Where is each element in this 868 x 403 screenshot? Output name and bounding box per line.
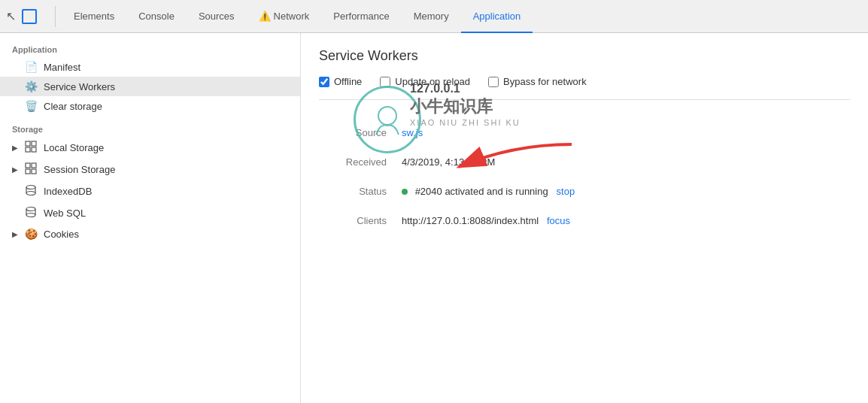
- service-workers-icon: ⚙️: [24, 80, 38, 92]
- expand-arrow-session-storage: ▶: [12, 165, 21, 174]
- sidebar-section-storage: Storage: [0, 116, 300, 137]
- tab-divider: [55, 6, 56, 27]
- svg-rect-5: [32, 163, 36, 168]
- tab-memory[interactable]: Memory: [402, 0, 461, 33]
- received-row: Received 4/3/2019, 4:13:18 PM: [319, 147, 850, 177]
- sidebar-item-clear-storage[interactable]: 🗑️ Clear storage: [0, 96, 300, 116]
- svg-rect-7: [32, 169, 36, 174]
- svg-point-11: [26, 192, 35, 195]
- tab-network[interactable]: ⚠️ Network: [247, 0, 322, 33]
- svg-rect-2: [26, 147, 30, 152]
- svg-rect-1: [32, 141, 36, 146]
- sidebar-item-service-workers[interactable]: ⚙️ Service Workers: [0, 77, 300, 96]
- local-storage-icon: [24, 141, 38, 155]
- warning-icon: ⚠️: [259, 11, 271, 22]
- status-label: Status: [319, 186, 402, 197]
- status-row: Status #2040 activated and is running st…: [319, 177, 850, 206]
- bypass-for-network-option[interactable]: Bypass for network: [488, 76, 587, 87]
- sidebar-item-web-sql[interactable]: Web SQL: [0, 202, 300, 224]
- sw-info: Source sw.js Received 4/3/2019, 4:13:18 …: [319, 118, 850, 235]
- expand-arrow-local-storage: ▶: [12, 144, 21, 152]
- clients-row: Clients http://127.0.0.1:8088/index.html…: [319, 206, 850, 235]
- received-label: Received: [319, 156, 402, 168]
- svg-point-8: [26, 186, 35, 189]
- tab-console[interactable]: Console: [126, 0, 187, 33]
- offline-checkbox[interactable]: [319, 77, 329, 87]
- tab-application[interactable]: Application: [461, 0, 533, 33]
- cookies-icon: 🍪: [24, 228, 38, 240]
- clients-value: http://127.0.0.1:8088/index.html focus: [402, 215, 850, 226]
- sidebar-item-local-storage[interactable]: ▶ Local Storage: [0, 137, 300, 159]
- main-layout: Application 📄 Manifest ⚙️ Service Worker…: [0, 33, 868, 403]
- content-area: Service Workers Offline Update on reload…: [301, 33, 868, 403]
- sidebar: Application 📄 Manifest ⚙️ Service Worker…: [0, 33, 301, 403]
- bypass-for-network-label: Bypass for network: [503, 76, 587, 87]
- web-sql-icon: [24, 206, 38, 220]
- sidebar-item-session-storage[interactable]: ▶ Session Storage: [0, 159, 300, 180]
- page-title: Service Workers: [319, 48, 850, 64]
- sidebar-item-indexeddb[interactable]: IndexedDB: [0, 180, 300, 202]
- sw-js-link[interactable]: sw.js: [402, 127, 423, 138]
- clients-label: Clients: [319, 215, 402, 226]
- indexeddb-icon: [24, 184, 38, 198]
- svg-rect-3: [32, 147, 36, 152]
- source-row: Source sw.js: [319, 118, 850, 147]
- manifest-icon: 📄: [24, 61, 38, 73]
- svg-rect-4: [26, 163, 30, 168]
- sidebar-item-cookies[interactable]: ▶ 🍪 Cookies: [0, 224, 300, 244]
- tab-sources[interactable]: Sources: [187, 0, 247, 33]
- cursor-icon[interactable]: ↖: [6, 9, 16, 23]
- tab-elements[interactable]: Elements: [62, 0, 126, 33]
- expand-arrow-cookies: ▶: [12, 230, 21, 238]
- source-label: Source: [319, 127, 402, 138]
- status-dot: [402, 189, 408, 195]
- sidebar-section-application: Application: [0, 39, 300, 57]
- stop-link[interactable]: stop: [557, 186, 575, 197]
- element-picker-icon[interactable]: [22, 9, 37, 24]
- received-value: 4/3/2019, 4:13:18 PM: [402, 156, 850, 168]
- update-on-reload-option[interactable]: Update on reload: [380, 76, 470, 87]
- svg-point-12: [26, 208, 35, 211]
- update-on-reload-label: Update on reload: [395, 76, 470, 87]
- sidebar-item-manifest[interactable]: 📄 Manifest: [0, 57, 300, 77]
- svg-rect-0: [26, 141, 30, 146]
- svg-point-15: [26, 214, 35, 217]
- options-row: Offline Update on reload Bypass for netw…: [319, 76, 850, 100]
- focus-link[interactable]: focus: [547, 215, 570, 226]
- status-value: #2040 activated and is running stop: [402, 186, 850, 197]
- offline-option[interactable]: Offline: [319, 76, 362, 87]
- update-on-reload-checkbox[interactable]: [380, 77, 390, 87]
- session-storage-icon: [24, 162, 38, 177]
- svg-rect-6: [26, 169, 30, 174]
- devtools-icons: ↖: [6, 9, 37, 24]
- tab-performance[interactable]: Performance: [321, 0, 401, 33]
- offline-label: Offline: [334, 76, 362, 87]
- clear-storage-icon: 🗑️: [24, 100, 38, 112]
- tab-bar: ↖ Elements Console Sources ⚠️ Network Pe…: [0, 0, 868, 33]
- bypass-for-network-checkbox[interactable]: [488, 77, 499, 87]
- source-value: sw.js: [402, 127, 850, 138]
